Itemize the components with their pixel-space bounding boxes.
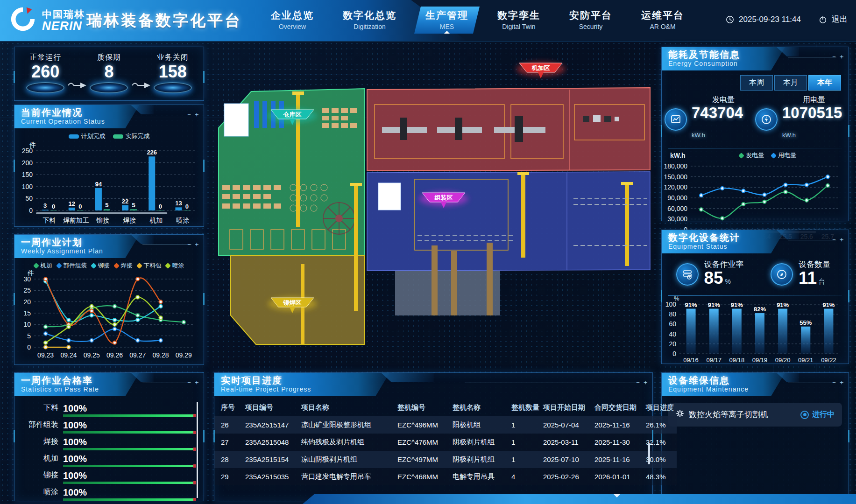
table-scrollbar[interactable] — [648, 443, 650, 464]
project-row[interactable]: 27235A2515048纯钧残极及剥片机组EZC^476MM阴极剥片机组120… — [214, 434, 677, 451]
data-point — [67, 339, 70, 342]
pass-rate-bar-tip — [193, 448, 196, 451]
legend-swatch — [33, 263, 39, 269]
pass-rate-row: 焊接100% — [19, 434, 196, 450]
pass-rate-row: 部件组装100% — [19, 417, 196, 434]
panel-collapse-controls[interactable]: －＋ — [831, 378, 846, 387]
svg-text:仓库区: 仓库区 — [283, 111, 302, 118]
svg-text:件: 件 — [29, 141, 36, 148]
data-point — [159, 300, 162, 303]
svg-text:180,000: 180,000 — [664, 162, 687, 170]
glow-platform — [90, 82, 128, 93]
data-point — [159, 339, 162, 342]
nav-tab-security[interactable]: 安防平台Security — [558, 7, 623, 34]
pass-rate-bar — [63, 414, 196, 417]
energy-tab-本周[interactable]: 本周 — [740, 75, 773, 91]
main-nav: 企业总览Overview数字化总览Digitization生产管理MES数字孪生… — [260, 7, 695, 34]
pass-rate-row: 铆接100% — [19, 467, 196, 484]
maintenance-row[interactable]: 数控火焰等离子切割机进行中 — [668, 403, 842, 427]
data-point — [67, 318, 70, 322]
data-point — [113, 318, 116, 322]
pass-rate-label: 焊接 — [19, 437, 58, 450]
equipment-stat-unit: 台 — [817, 278, 825, 285]
table-column-header: 整机编号 — [396, 399, 451, 416]
data-point — [826, 184, 829, 187]
svg-text:226: 226 — [147, 149, 157, 156]
zone-assembly-area[interactable] — [367, 172, 650, 271]
data-point — [784, 183, 787, 186]
dashboard-root: 中国瑞林 NERIN 瑞林装备数字化平台 企业总览Overview数字化总览Di… — [0, 0, 856, 504]
svg-text:09/18: 09/18 — [729, 357, 745, 364]
energy-stat-value: 743704 kW.h — [692, 105, 755, 143]
pass-rate-label: 下料 — [19, 403, 58, 417]
legend-swatch — [69, 134, 79, 139]
logout-button[interactable]: 退出 — [832, 14, 848, 25]
svg-text:60,000: 60,000 — [667, 205, 687, 212]
glow-platform — [26, 82, 64, 93]
svg-text:09.27: 09.27 — [129, 351, 146, 359]
project-cell: 235A2515035 — [243, 468, 299, 485]
pass-rate-bar — [63, 431, 196, 434]
legend-swatch — [771, 153, 777, 159]
project-row[interactable]: 26235A2515147凉山矿业阳极整形机组EZC^496MM阳极机组1202… — [214, 416, 677, 434]
operation-bar-chart: 050100150200250件下料30焊前加工120铆接945焊接225机加2… — [14, 140, 200, 227]
data-point — [113, 341, 116, 344]
legend-label: 发电量 — [746, 151, 764, 160]
panel-collapse-controls[interactable]: －＋ — [186, 378, 201, 387]
energy-tab-本月[interactable]: 本月 — [774, 75, 807, 91]
project-row[interactable]: 29235A2515035营口建发电解专用吊车EZC^468MM电解专用吊具42… — [214, 468, 677, 485]
data-point — [113, 327, 116, 330]
utilization-bar — [709, 309, 719, 354]
bar-计划完成 — [42, 210, 49, 210]
chart-zoom-slider[interactable] — [36, 212, 167, 214]
nav-tab-mes[interactable]: 生产管理MES — [414, 7, 480, 34]
legend-label: 喷涂 — [172, 262, 184, 270]
svg-text:60: 60 — [669, 320, 676, 328]
warehouse-screen — [224, 104, 248, 136]
data-point — [44, 332, 47, 335]
utilization-bar — [732, 309, 742, 354]
energy-tab-本年[interactable]: 本年 — [808, 75, 841, 91]
energy-stat-info: 用电量1070515 kW.h — [782, 95, 846, 143]
nav-tab-label-cn: 生产管理 — [425, 9, 468, 22]
equipment-stat-info: 设备作业率85 % — [704, 259, 744, 290]
svg-text:10: 10 — [23, 321, 31, 328]
project-cell: 2025-07-04 — [541, 416, 593, 434]
panel-collapse-controls[interactable]: －＋ — [635, 378, 650, 387]
svg-text:0: 0 — [78, 203, 82, 210]
bar-计划完成 — [149, 156, 155, 210]
panel-collapse-controls[interactable]: －＋ — [831, 53, 846, 61]
svg-text:50: 50 — [25, 195, 33, 202]
nav-tab-digitization[interactable]: 数字化总览Digitization — [332, 7, 408, 34]
project-progress-table: 序号项目编号项目名称整机编号整机名称整机数量项目开始日期合同交货日期项目进度 2… — [214, 399, 677, 485]
nav-tab-digital-twin[interactable]: 数字孪生Digital Twin — [486, 7, 552, 34]
nav-tab-overview[interactable]: 企业总览Overview — [260, 7, 325, 34]
pass-rate-bar-tip — [193, 431, 196, 434]
svg-text:焊接: 焊接 — [123, 217, 136, 224]
pass-rate-bar-fill — [63, 498, 196, 501]
energy-stat-value: 1070515 kW.h — [782, 105, 846, 143]
factory-3d-map[interactable]: 仓库区 机加区 组装区 铆焊区 — [214, 45, 653, 369]
zone-badge-machining[interactable]: 机加区 — [516, 62, 565, 78]
project-cell: 2025-11-16 — [593, 451, 644, 468]
project-row[interactable]: 28235A2515154凉山阴极剥片机组EZC^497MM阴极剥片机组1202… — [214, 451, 677, 468]
nav-tab-ar-o-m[interactable]: 运维平台AR O&M — [630, 7, 695, 34]
svg-text:09/17: 09/17 — [706, 357, 722, 364]
nav-tab-label-en: AR O&M — [641, 23, 684, 30]
project-cell: 48.3% — [644, 468, 677, 485]
equipment-stat-value: 11 台 — [799, 270, 830, 290]
legend-swatch — [738, 153, 744, 159]
svg-text:91%: 91% — [731, 301, 743, 308]
energy-stat: 发电量743704 kW.h — [665, 95, 755, 143]
legend-label: 部件组装 — [64, 262, 87, 270]
svg-text:25: 25 — [23, 287, 31, 294]
legend-item: 用电量 — [771, 151, 796, 160]
project-cell: 1 — [509, 434, 541, 451]
panel-collapse-controls[interactable]: －＋ — [186, 111, 201, 119]
status-stat: 正常运行260 — [23, 53, 68, 93]
svg-text:09/19: 09/19 — [752, 357, 768, 364]
panel-collapse-controls[interactable]: －＋ — [186, 240, 201, 249]
panel-collapse-controls[interactable]: －＋ — [831, 236, 846, 244]
legend-label: 铆接 — [98, 262, 110, 270]
bar-计划完成 — [122, 205, 128, 210]
